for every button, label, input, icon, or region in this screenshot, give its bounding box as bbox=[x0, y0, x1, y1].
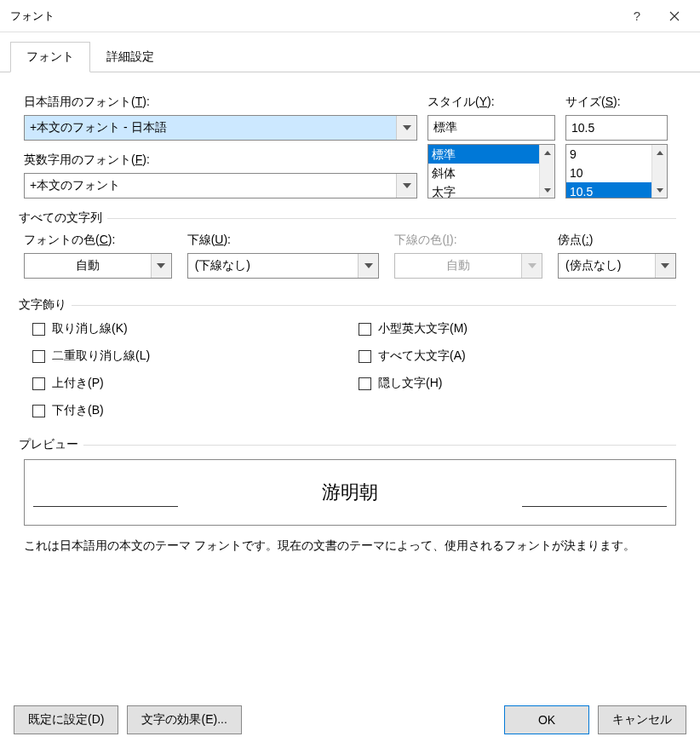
preview-text: 游明朝 bbox=[322, 480, 378, 505]
group-preview: プレビュー bbox=[19, 437, 676, 452]
dialog-content: 日本語用のフォント(T): 英数字用のフォント(F): スタイル(Y): 標準 … bbox=[0, 72, 700, 567]
style-listbox[interactable]: 標準 斜体 太字 bbox=[427, 144, 555, 199]
help-button[interactable]: ? bbox=[618, 3, 656, 29]
cancel-button[interactable]: キャンセル bbox=[598, 705, 686, 734]
checkbox-small-caps[interactable]: 小型英大文字(M) bbox=[359, 321, 676, 337]
list-item[interactable]: 9 bbox=[566, 145, 651, 164]
checkbox-all-caps[interactable]: すべて大文字(A) bbox=[359, 348, 676, 364]
chevron-down-icon[interactable] bbox=[358, 254, 378, 278]
tab-advanced[interactable]: 詳細設定 bbox=[90, 42, 170, 72]
underline-dropdown[interactable]: (下線なし) bbox=[187, 253, 380, 279]
checkbox-strikethrough[interactable]: 取り消し線(K) bbox=[32, 321, 350, 337]
underline-color-dropdown: 自動 bbox=[394, 253, 542, 279]
dialog-title: フォント bbox=[10, 9, 618, 24]
latin-font-dropdown-button[interactable] bbox=[396, 174, 416, 198]
underline-label: 下線(U): bbox=[187, 233, 380, 248]
checkbox-hidden[interactable]: 隠し文字(H) bbox=[359, 376, 676, 391]
preview-rule bbox=[522, 506, 667, 507]
text-effects-button[interactable]: 文字の効果(E)... bbox=[127, 705, 241, 734]
emphasis-label: 傍点(:) bbox=[558, 233, 676, 248]
set-default-button[interactable]: 既定に設定(D) bbox=[14, 705, 118, 734]
preview-box: 游明朝 bbox=[24, 459, 676, 526]
font-color-label: フォントの色(C): bbox=[24, 233, 172, 248]
style-scrollbar[interactable] bbox=[539, 145, 554, 198]
list-item[interactable]: 斜体 bbox=[428, 164, 539, 182]
chevron-down-icon[interactable] bbox=[151, 254, 171, 278]
checkbox-icon bbox=[32, 405, 45, 417]
scroll-up-icon[interactable] bbox=[540, 145, 554, 160]
latin-font-combo[interactable] bbox=[24, 173, 417, 199]
preview-rule bbox=[33, 506, 178, 507]
jp-font-dropdown-button[interactable] bbox=[396, 116, 416, 140]
emphasis-dropdown[interactable]: (傍点なし) bbox=[558, 253, 676, 279]
checkbox-icon bbox=[32, 377, 45, 390]
checkbox-icon bbox=[359, 350, 371, 363]
list-item[interactable]: 太字 bbox=[428, 182, 539, 198]
tab-font[interactable]: フォント bbox=[10, 42, 90, 72]
list-item[interactable]: 10 bbox=[566, 164, 651, 182]
size-listbox[interactable]: 9 10 10.5 bbox=[565, 144, 668, 199]
ok-button[interactable]: OK bbox=[504, 705, 589, 734]
size-input-wrap[interactable] bbox=[565, 115, 668, 141]
close-button[interactable] bbox=[656, 3, 693, 29]
checkbox-icon bbox=[32, 323, 45, 336]
checkbox-superscript[interactable]: 上付き(P) bbox=[32, 376, 350, 391]
style-input[interactable] bbox=[428, 116, 588, 140]
size-scrollbar[interactable] bbox=[651, 145, 667, 198]
size-input[interactable] bbox=[566, 116, 700, 140]
style-label: スタイル(Y): bbox=[427, 95, 555, 110]
checkbox-icon bbox=[32, 350, 45, 363]
group-effects: 文字飾り bbox=[19, 297, 676, 313]
group-all-text: すべての文字列 bbox=[19, 210, 676, 226]
checkbox-subscript[interactable]: 下付き(B) bbox=[32, 403, 350, 418]
scroll-down-icon[interactable] bbox=[540, 182, 554, 198]
jp-font-input[interactable] bbox=[25, 116, 396, 140]
list-item[interactable]: 10.5 bbox=[566, 182, 651, 198]
jp-font-combo[interactable] bbox=[24, 115, 417, 141]
list-item[interactable]: 標準 bbox=[428, 145, 539, 164]
checkbox-icon bbox=[359, 377, 371, 390]
chevron-down-icon bbox=[521, 254, 542, 278]
latin-font-input[interactable] bbox=[25, 174, 396, 198]
preview-description: これは日本語用の本文のテーマ フォントです。現在の文書のテーマによって、使用され… bbox=[24, 536, 676, 555]
scroll-down-icon[interactable] bbox=[652, 182, 667, 198]
checkbox-double-strikethrough[interactable]: 二重取り消し線(L) bbox=[32, 348, 350, 364]
titlebar: フォント ? bbox=[0, 0, 700, 32]
style-input-wrap[interactable] bbox=[427, 115, 555, 141]
size-label: サイズ(S): bbox=[565, 95, 668, 110]
checkbox-icon bbox=[359, 323, 371, 336]
tab-strip: フォント 詳細設定 bbox=[0, 41, 700, 72]
scroll-up-icon[interactable] bbox=[652, 145, 667, 160]
font-color-dropdown[interactable]: 自動 bbox=[24, 253, 172, 279]
underline-color-label: 下線の色(I): bbox=[394, 233, 542, 248]
latin-font-label: 英数字用のフォント(F): bbox=[24, 152, 417, 168]
jp-font-label: 日本語用のフォント(T): bbox=[24, 95, 417, 110]
chevron-down-icon[interactable] bbox=[655, 254, 675, 278]
dialog-footer: 既定に設定(D) 文字の効果(E)... OK キャンセル bbox=[0, 695, 700, 748]
